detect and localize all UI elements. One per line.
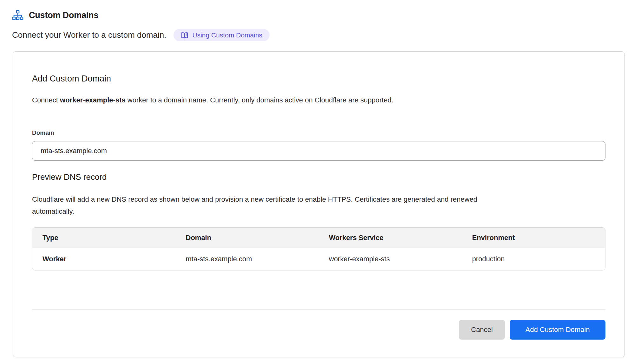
intro-text: Connect worker-example-sts worker to a d…	[32, 96, 605, 105]
cell-environment: production	[462, 248, 605, 270]
preview-dns-heading: Preview DNS record	[32, 172, 605, 182]
column-header-type: Type	[32, 228, 176, 248]
title-row: Custom Domains	[12, 10, 634, 21]
table-row: Worker mta-sts.example.com worker-exampl…	[32, 248, 605, 270]
column-header-domain: Domain	[176, 228, 319, 248]
table-header-row: Type Domain Workers Service Environment	[32, 228, 605, 248]
subtitle-row: Connect your Worker to a custom domain. …	[12, 29, 634, 41]
preview-dns-description: Cloudflare will add a new DNS record as …	[32, 193, 501, 218]
docs-link-badge[interactable]: Using Custom Domains	[173, 29, 270, 41]
sitemap-icon	[12, 10, 23, 21]
add-custom-domain-button[interactable]: Add Custom Domain	[510, 320, 605, 340]
page-header: Custom Domains Connect your Worker to a …	[0, 0, 634, 41]
open-book-icon	[181, 31, 188, 39]
page-title: Custom Domains	[29, 10, 98, 20]
cancel-button[interactable]: Cancel	[459, 320, 505, 340]
add-custom-domain-card: Add Custom Domain Connect worker-example…	[13, 51, 625, 357]
domain-field-label: Domain	[32, 129, 605, 136]
intro-prefix: Connect	[32, 96, 60, 104]
dialog-footer: Cancel Add Custom Domain	[32, 309, 605, 340]
page-subtitle: Connect your Worker to a custom domain.	[12, 30, 167, 40]
worker-name: worker-example-sts	[60, 96, 126, 104]
cell-domain: mta-sts.example.com	[176, 248, 319, 270]
cell-workers-service: worker-example-sts	[319, 248, 462, 270]
column-header-workers-service: Workers Service	[319, 228, 462, 248]
dialog-heading: Add Custom Domain	[32, 74, 605, 84]
column-header-environment: Environment	[462, 228, 605, 248]
docs-link-label: Using Custom Domains	[193, 31, 263, 39]
dns-preview-table: Type Domain Workers Service Environment …	[32, 227, 605, 270]
cell-type: Worker	[32, 248, 176, 270]
intro-suffix: worker to a domain name. Currently, only…	[126, 96, 394, 104]
domain-input[interactable]	[32, 141, 605, 161]
